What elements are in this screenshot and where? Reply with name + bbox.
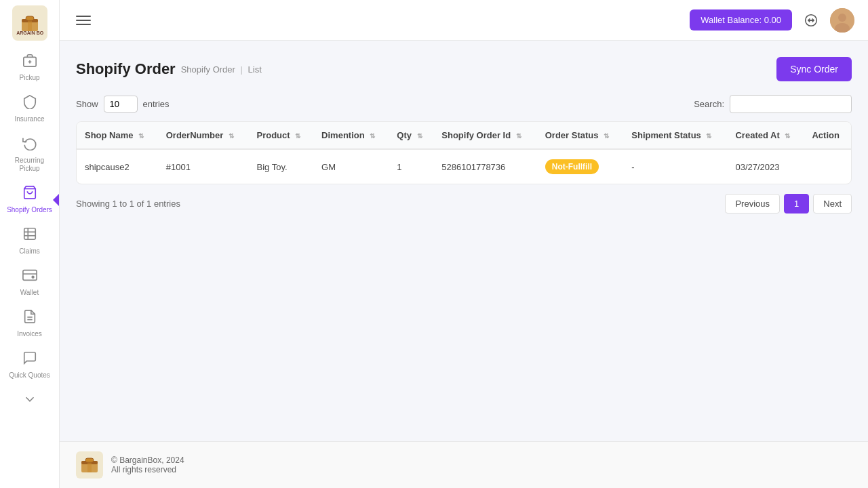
sidebar-item-quick-quotes[interactable]: Quick Quotes [3, 345, 57, 385]
sidebar-item-more[interactable] [3, 386, 57, 415]
previous-button[interactable]: Previous [725, 194, 780, 214]
claims-label: Claims [19, 247, 40, 256]
col-shopify-order-id-label: Shopify Order Id [441, 130, 511, 140]
hamburger-button[interactable] [73, 13, 94, 28]
quick-quotes-label: Quick Quotes [9, 371, 50, 380]
col-order-status-label: Order Status [545, 130, 599, 140]
breadcrumb-current: Shopify Order [181, 64, 235, 75]
avatar-image [830, 8, 854, 33]
header-left [73, 13, 94, 28]
col-shop-name-label: Shop Name [85, 130, 134, 140]
svg-point-20 [838, 14, 846, 22]
sidebar-item-pickup[interactable]: Pickup [3, 47, 57, 87]
col-order-number-sort[interactable]: ⇅ [229, 132, 234, 140]
search-input[interactable] [730, 95, 852, 113]
footer-text-area: © BargainBox, 2024 All rights reserved [111, 455, 184, 474]
col-shipment-status-sort[interactable]: ⇅ [706, 132, 711, 140]
recurring-pickup-label: Recurring Pickup [15, 157, 44, 173]
footer: © BargainBox, 2024 All rights reserved [60, 441, 868, 488]
table-body: shipcause2 #1001 Big Toy. GM 1 528610177… [77, 149, 851, 184]
cell-created-at: 03/27/2023 [727, 149, 804, 184]
col-order-number-label: OrderNumber [166, 130, 224, 140]
main-wrapper: Wallet Balance: 0.00 Shopify O [60, 0, 868, 488]
wallet-balance-button[interactable]: Wallet Balance: 0.00 [690, 9, 792, 30]
logo-icon: BARGAIN BOX [16, 9, 43, 37]
svg-text:BARGAIN BOX: BARGAIN BOX [16, 30, 43, 35]
header-right: Wallet Balance: 0.00 [690, 8, 854, 33]
col-product-label: Product [257, 130, 290, 140]
col-qty-sort[interactable]: ⇅ [417, 132, 422, 140]
avatar[interactable] [830, 8, 854, 33]
shopify-orders-icon [22, 185, 37, 203]
sync-order-button[interactable]: Sync Order [776, 57, 852, 81]
logo: BARGAIN BOX [12, 5, 47, 41]
cell-shop-name: shipcause2 [77, 149, 158, 184]
svg-rect-26 [85, 458, 94, 462]
sidebar-item-wallet[interactable]: Wallet [3, 262, 57, 302]
sidebar-item-claims[interactable]: Claims [3, 221, 57, 261]
sidebar-item-invoices[interactable]: Invoices [3, 304, 57, 344]
logo-area: BARGAIN BOX [12, 5, 47, 41]
col-qty: Qty ⇅ [389, 122, 433, 149]
pickup-icon [22, 53, 37, 71]
cell-dimention: GM [313, 149, 389, 184]
breadcrumb-list: List [248, 64, 262, 75]
page-title-area: Shopify Order Shopify Order | List [76, 60, 262, 78]
svg-rect-3 [28, 19, 32, 31]
pagination: Previous 1 Next [725, 194, 852, 214]
svg-rect-25 [87, 461, 92, 472]
col-action: Action [804, 122, 851, 149]
breadcrumb-sep: | [241, 64, 243, 75]
shopify-orders-label: Shopify Orders [7, 206, 52, 214]
svg-point-15 [32, 276, 34, 278]
recurring-pickup-icon [22, 136, 37, 154]
exchange-icon-button[interactable] [800, 9, 822, 31]
col-order-status: Order Status ⇅ [537, 122, 624, 149]
col-shopify-order-id-sort[interactable]: ⇅ [516, 132, 521, 140]
col-product: Product ⇅ [249, 122, 314, 149]
show-entries-area: Show entries [76, 96, 170, 113]
next-button[interactable]: Next [813, 194, 852, 214]
search-area: Search: [694, 95, 852, 113]
footer-copyright: © BargainBox, 2024 [111, 455, 184, 465]
col-product-sort[interactable]: ⇅ [295, 132, 300, 140]
invoices-label: Invoices [17, 330, 42, 338]
col-dimention: Dimention ⇅ [313, 122, 389, 149]
exchange-icon [804, 14, 818, 27]
insurance-icon [22, 94, 37, 113]
table-header: Shop Name ⇅ OrderNumber ⇅ Product ⇅ Di [77, 122, 851, 149]
invoices-icon [22, 309, 37, 327]
col-action-label: Action [812, 130, 839, 140]
entries-input[interactable] [104, 96, 138, 113]
svg-rect-14 [22, 270, 36, 281]
content: Shopify Order Shopify Order | List Sync … [60, 41, 868, 441]
col-shopify-order-id: Shopify Order Id ⇅ [433, 122, 536, 149]
table-controls: Show entries Search: [76, 95, 852, 113]
col-order-number: OrderNumber ⇅ [158, 122, 249, 149]
sidebar-item-shopify-orders[interactable]: Shopify Orders [3, 180, 57, 220]
col-shop-name: Shop Name ⇅ [77, 122, 158, 149]
col-created-at-sort[interactable]: ⇅ [785, 132, 790, 140]
table-header-row: Shop Name ⇅ OrderNumber ⇅ Product ⇅ Di [77, 122, 851, 149]
show-label: Show [76, 99, 98, 109]
cell-qty: 1 [389, 149, 433, 184]
search-label: Search: [694, 99, 724, 109]
footer-logo [76, 451, 103, 479]
table-row: shipcause2 #1001 Big Toy. GM 1 528610177… [77, 149, 851, 184]
sidebar-item-insurance[interactable]: Insurance [3, 89, 57, 129]
col-order-status-sort[interactable]: ⇅ [604, 132, 609, 140]
cell-order-number: #1001 [158, 149, 249, 184]
wallet-icon [22, 268, 37, 286]
col-created-at-label: Created At [735, 130, 779, 140]
col-dimention-sort[interactable]: ⇅ [370, 132, 375, 140]
page-1-button[interactable]: 1 [784, 194, 809, 214]
page-title: Shopify Order [76, 60, 176, 78]
sidebar: BARGAIN BOX Pickup Insur [0, 0, 60, 488]
table-footer: Showing 1 to 1 of 1 entries Previous 1 N… [76, 194, 852, 224]
col-created-at: Created At ⇅ [727, 122, 804, 149]
claims-icon [22, 226, 37, 245]
sidebar-item-recurring-pickup[interactable]: Recurring Pickup [3, 130, 57, 178]
col-shop-name-sort[interactable]: ⇅ [138, 132, 144, 140]
wallet-label: Wallet [20, 289, 39, 297]
breadcrumb: Shopify Order | List [181, 64, 262, 75]
